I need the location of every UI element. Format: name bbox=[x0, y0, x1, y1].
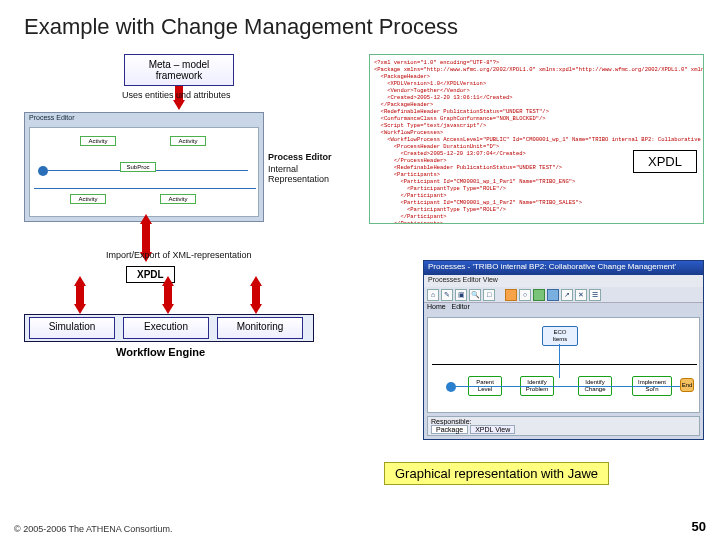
jawe-caption: Graphical representation with Jawe bbox=[384, 462, 609, 485]
slide-content: Meta – model framework Uses entities und… bbox=[24, 54, 696, 504]
mini-subproc: SubProc bbox=[120, 162, 156, 172]
cross-tool-icon[interactable]: ✕ bbox=[575, 289, 587, 301]
flow-connector bbox=[456, 386, 680, 387]
footer-copyright: © 2005-2006 The ATHENA Consortium. bbox=[14, 524, 172, 534]
window-status-bar: Responsible: Package XPDL View bbox=[427, 416, 700, 436]
arrow-shaft bbox=[142, 224, 150, 252]
process-editor-screenshot: Process Editor Activity Activity SubProc… bbox=[24, 112, 264, 222]
import-export-label: Import/Export of XML-representation bbox=[106, 250, 252, 260]
home-icon[interactable]: ⌂ bbox=[427, 289, 439, 301]
flow-start-box[interactable]: ECO Items bbox=[542, 326, 578, 346]
link-tool-icon[interactable]: ↗ bbox=[561, 289, 573, 301]
xpdl-label-box: XPDL bbox=[633, 150, 697, 173]
workflow-engine-label: Workflow Engine bbox=[116, 346, 205, 358]
flow-lane-divider bbox=[34, 188, 256, 189]
window-toolbar: ⌂ ✎ ▣ 🔍 □ ○ ↗ ✕ ☰ bbox=[424, 287, 703, 303]
window-menubar[interactable]: Processes Editor View bbox=[424, 275, 703, 287]
workflow-engine-row: Simulation Execution Monitoring bbox=[24, 314, 314, 342]
arrow-down-icon bbox=[250, 304, 262, 314]
participant-tool-icon[interactable]: ☰ bbox=[589, 289, 601, 301]
diagram-right: <?xml version="1.0" encoding="UTF-8"?> <… bbox=[369, 54, 704, 224]
meta-model-box: Meta – model framework bbox=[124, 54, 234, 86]
arrow-shaft bbox=[164, 286, 172, 304]
window-tabs[interactable]: Home Editor bbox=[424, 303, 703, 315]
grid-icon[interactable]: □ bbox=[483, 289, 495, 301]
arrow-up-icon bbox=[74, 276, 86, 286]
xpdl-code-text: <?xml version="1.0" encoding="UTF-8"?> <… bbox=[370, 55, 703, 224]
page-number: 50 bbox=[692, 519, 706, 534]
process-editor-label: Process Editor bbox=[268, 152, 332, 162]
arrow-shaft bbox=[76, 286, 84, 304]
arrow-up-icon bbox=[162, 276, 174, 286]
arrow-down-icon bbox=[173, 100, 185, 110]
status-responsible-label: Responsible: bbox=[431, 418, 696, 425]
arrow-up-icon bbox=[140, 214, 152, 224]
flow-start-icon bbox=[38, 166, 48, 176]
arrow-shaft bbox=[252, 286, 260, 304]
select-tool-icon[interactable] bbox=[505, 289, 517, 301]
mini-activity: Activity bbox=[170, 136, 206, 146]
jawe-canvas[interactable]: ECO Items Parent Level Identify Problem … bbox=[427, 317, 700, 413]
editor-window-title: Process Editor bbox=[29, 114, 75, 121]
xpdl-code-panel: <?xml version="1.0" encoding="UTF-8"?> <… bbox=[369, 54, 704, 224]
arrow-up-icon bbox=[250, 276, 262, 286]
tab[interactable]: Home bbox=[427, 303, 446, 310]
oval-tool-icon[interactable]: ○ bbox=[519, 289, 531, 301]
status-tab[interactable]: XPDL View bbox=[470, 425, 515, 434]
route-tool-icon[interactable] bbox=[547, 289, 559, 301]
arrow-down-icon bbox=[162, 304, 174, 314]
mini-activity: Activity bbox=[70, 194, 106, 204]
activity-tool-icon[interactable] bbox=[533, 289, 545, 301]
internal-rep-label: Internal Representation bbox=[268, 164, 354, 184]
slide-title: Example with Change Management Process bbox=[24, 14, 696, 40]
engine-cell: Simulation bbox=[29, 317, 115, 339]
engine-cell: Execution bbox=[123, 317, 209, 339]
window-titlebar: Processes - 'TRIBO internal BP2: Collabo… bbox=[424, 261, 703, 275]
engine-cell: Monitoring bbox=[217, 317, 303, 339]
status-tab[interactable]: Package bbox=[431, 425, 468, 434]
jawe-window: Processes - 'TRIBO internal BP2: Collabo… bbox=[423, 260, 704, 440]
flow-end-icon[interactable]: End bbox=[680, 378, 694, 392]
uses-entities-label: Uses entities und attributes bbox=[122, 90, 231, 100]
tab[interactable]: Editor bbox=[452, 303, 470, 310]
zoom-icon[interactable]: 🔍 bbox=[469, 289, 481, 301]
mini-activity: Activity bbox=[80, 136, 116, 146]
flow-start-icon[interactable] bbox=[446, 382, 456, 392]
arrow-down-icon bbox=[74, 304, 86, 314]
edit-icon[interactable]: ✎ bbox=[441, 289, 453, 301]
save-icon[interactable]: ▣ bbox=[455, 289, 467, 301]
mini-activity: Activity bbox=[160, 194, 196, 204]
lane-divider bbox=[432, 364, 697, 365]
flow-connector bbox=[559, 344, 560, 378]
